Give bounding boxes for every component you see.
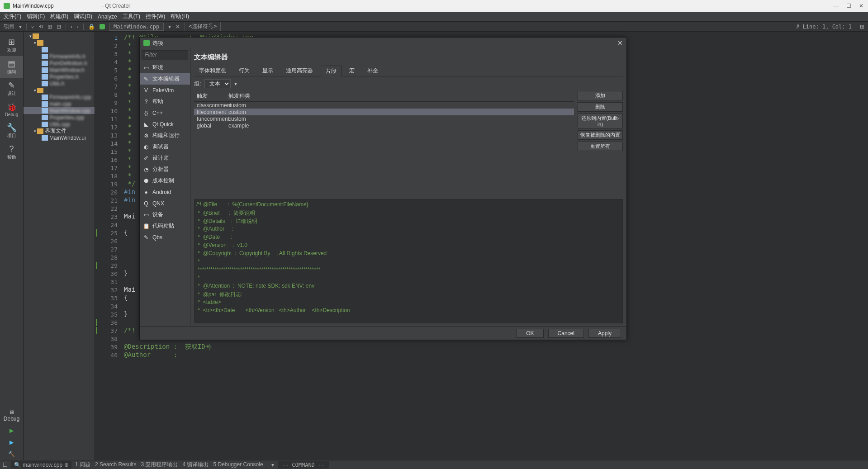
- menu-item-0[interactable]: 文件(F): [4, 13, 21, 20]
- filetab-close[interactable]: ✕: [175, 24, 180, 30]
- tree-row[interactable]: FirmwareInfo.cpp: [24, 94, 95, 100]
- nav-fwd-icon[interactable]: ›: [77, 24, 79, 30]
- group-select[interactable]: 文本: [204, 79, 231, 88]
- menu-item-6[interactable]: 控件(W): [146, 13, 165, 20]
- status-pane-1[interactable]: 2 Search Results: [95, 461, 136, 468]
- sync-icon[interactable]: ⟲: [38, 24, 43, 30]
- category-环境[interactable]: ▭环境: [140, 62, 190, 73]
- category-C++[interactable]: {}C++: [140, 107, 190, 118]
- category-帮助[interactable]: ?帮助: [140, 96, 190, 107]
- category-Qt Quick[interactable]: ◣Qt Quick: [140, 118, 190, 130]
- snippet-list[interactable]: 触发 触发种类 classcommentcustomfilecommentcus…: [194, 91, 574, 195]
- category-Qbs[interactable]: ✎Qbs: [140, 232, 190, 243]
- tab-4[interactable]: 片段: [321, 66, 342, 76]
- tree-row[interactable]: MainWindow.cpp: [24, 107, 95, 114]
- tree-row[interactable]: [24, 46, 95, 53]
- category-代码粘贴[interactable]: 📋代码粘贴: [140, 220, 190, 232]
- dialog-close-icon[interactable]: ✕: [617, 39, 623, 47]
- category-设计师[interactable]: ✐设计师: [140, 152, 190, 164]
- snippet-row[interactable]: filecommentcustom: [194, 109, 574, 115]
- debug-run-button[interactable]: ▶: [0, 436, 23, 448]
- tab-0[interactable]: 字体和颜色: [194, 65, 231, 76]
- ok-button[interactable]: OK: [517, 329, 543, 338]
- file-tab[interactable]: MainWindow.cpp: [109, 23, 164, 31]
- side-btn-3[interactable]: 恢复被删除的内置: [578, 130, 623, 140]
- status-pane-2[interactable]: 3 应用程序输出: [141, 461, 178, 468]
- side-btn-2[interactable]: 还原到内置(Built-in): [578, 114, 623, 128]
- tab-2[interactable]: 显示: [257, 65, 278, 76]
- menu-item-7[interactable]: 帮助(H): [171, 13, 189, 20]
- filetab-dropdown[interactable]: ▾: [168, 24, 171, 30]
- tree-row[interactable]: ▾: [24, 39, 95, 46]
- tree-row[interactable]: MainWindow.ui: [24, 134, 95, 141]
- tree-row[interactable]: Properties.h: [24, 73, 95, 80]
- tree-row[interactable]: FirmwareInfo.h: [24, 53, 95, 60]
- lock-icon[interactable]: 🔒: [88, 24, 95, 30]
- minimize-button[interactable]: —: [833, 3, 839, 9]
- category-分析器[interactable]: ◔分析器: [140, 164, 190, 175]
- run-button[interactable]: ▶: [0, 425, 23, 436]
- tree-row[interactable]: ▾: [24, 87, 95, 94]
- snippet-editor[interactable]: /*! @File : %{CurrentDocument:FileName} …: [194, 199, 623, 323]
- status-dropdown-icon[interactable]: ▾: [271, 462, 274, 468]
- filter-input[interactable]: Filter: [142, 50, 188, 60]
- snippet-row[interactable]: funccommentcustom: [194, 115, 574, 122]
- actbar-编辑[interactable]: ▤编辑: [0, 56, 23, 78]
- actbar-设计[interactable]: ✎设计: [0, 78, 23, 99]
- search-clear-icon[interactable]: ⊗: [64, 462, 69, 468]
- tree-row[interactable]: main.cpp: [24, 100, 95, 107]
- cancel-button[interactable]: Cancel: [548, 329, 584, 338]
- tab-3[interactable]: 通用高亮器: [281, 65, 318, 76]
- category-调试器[interactable]: ◐调试器: [140, 141, 190, 152]
- snippet-row[interactable]: globalexample: [194, 122, 574, 129]
- search-box[interactable]: 🔍 mainwindow.cpp ⊗: [11, 461, 71, 469]
- tab-1[interactable]: 行为: [234, 65, 255, 76]
- menu-item-2[interactable]: 构建(B): [50, 13, 68, 20]
- close-button[interactable]: ✕: [858, 3, 864, 9]
- tree-row[interactable]: PsmDefinition.h: [24, 60, 95, 66]
- actbar-帮助[interactable]: ?帮助: [0, 142, 23, 163]
- tab-5[interactable]: 宏: [344, 65, 360, 76]
- split-icon[interactable]: ⊞: [47, 24, 52, 30]
- target-selector[interactable]: 🖥 Debug: [0, 407, 23, 425]
- menu-item-5[interactable]: 工具(T): [123, 13, 140, 20]
- status-close-icon[interactable]: ☐: [3, 462, 8, 468]
- status-pane-3[interactable]: 4 编译输出: [182, 461, 209, 468]
- tree-row[interactable]: MainWindow.h: [24, 66, 95, 73]
- tree-row[interactable]: ▾界面文件: [24, 128, 95, 134]
- side-btn-1[interactable]: 删除: [578, 102, 623, 112]
- split-editor-icon[interactable]: ⊞: [860, 24, 864, 30]
- toolbar-dropdown-icon[interactable]: ▾: [19, 24, 22, 30]
- filter-icon[interactable]: ▿: [31, 24, 34, 30]
- tree-row[interactable]: ▾: [24, 33, 95, 39]
- actbar-Debug[interactable]: 🐞Debug: [0, 99, 23, 120]
- collapse-icon[interactable]: ⊟: [57, 24, 61, 30]
- build-button[interactable]: 🔨: [0, 448, 23, 460]
- group-dropdown-icon[interactable]: ▾: [234, 81, 237, 87]
- tree-row[interactable]: Utils.cpp: [24, 121, 95, 128]
- menu-item-1[interactable]: 编辑(E): [27, 13, 45, 20]
- side-btn-0[interactable]: 添加: [578, 91, 623, 100]
- actbar-项目[interactable]: 🔧项目: [0, 120, 23, 142]
- maximize-button[interactable]: ☐: [845, 3, 852, 9]
- status-pane-0[interactable]: 1 问题: [75, 461, 90, 468]
- nav-back-icon[interactable]: ‹: [71, 24, 72, 30]
- tree-row[interactable]: Properties.cpp: [24, 114, 95, 121]
- actbar-欢迎[interactable]: ⊞欢迎: [0, 34, 23, 56]
- category-QNX[interactable]: QQNX: [140, 198, 190, 209]
- menu-item-4[interactable]: Analyze: [98, 14, 117, 20]
- side-btn-4[interactable]: 重置所有: [578, 142, 623, 151]
- category-Android[interactable]: ●Android: [140, 186, 190, 198]
- category-设备[interactable]: ▭设备: [140, 209, 190, 220]
- menu-item-3[interactable]: 调试(D): [74, 13, 92, 20]
- tree-row[interactable]: Utils.h: [24, 80, 95, 87]
- project-tree[interactable]: ▾▾FirmwareInfo.hPsmDefinition.hMainWindo…: [24, 32, 95, 460]
- category-FakeVim[interactable]: VFakeVim: [140, 85, 190, 96]
- category-文本编辑器[interactable]: ✎文本编辑器: [140, 73, 190, 85]
- snippet-row[interactable]: classcommentcustom: [194, 102, 574, 109]
- symbol-selector[interactable]: <选择符号>: [185, 22, 221, 31]
- apply-button[interactable]: Apply: [588, 329, 621, 338]
- category-版本控制[interactable]: ⬢版本控制: [140, 175, 190, 186]
- tab-6[interactable]: 补全: [362, 65, 383, 76]
- category-构建和运行[interactable]: ⚙构建和运行: [140, 130, 190, 141]
